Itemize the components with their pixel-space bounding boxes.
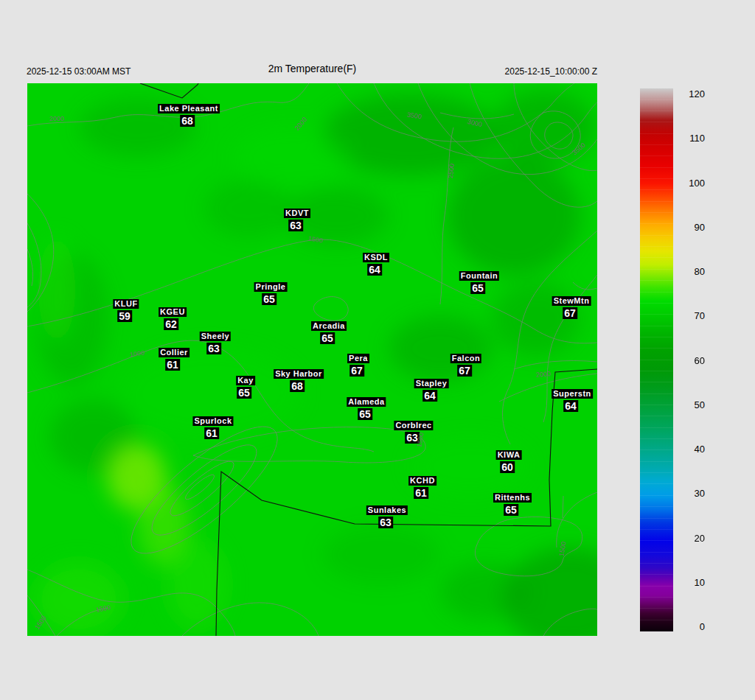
station-name: Pera bbox=[347, 354, 369, 363]
station-temperature-wrap: 67 bbox=[457, 364, 472, 377]
station-temperature-wrap: 68 bbox=[180, 114, 195, 127]
contour-elevation-label: 2000 bbox=[536, 370, 552, 379]
station-name: KGEU bbox=[159, 307, 187, 317]
station-temperature-wrap: 64 bbox=[422, 389, 437, 402]
temperature-field bbox=[27, 83, 597, 636]
station-temperature: 65 bbox=[358, 408, 372, 420]
station-temperature: 65 bbox=[504, 504, 518, 516]
station-label: Collier bbox=[159, 345, 189, 358]
station-label: Sunlakes bbox=[366, 503, 408, 516]
station-name: Sunlakes bbox=[366, 505, 408, 515]
station-temperature-wrap: 63 bbox=[288, 219, 303, 232]
station-temperature-wrap: 64 bbox=[367, 263, 382, 276]
colorbar-tick-label: 40 bbox=[678, 444, 705, 455]
colorbar-tick-label: 120 bbox=[678, 88, 705, 99]
station-name: Sheely bbox=[200, 332, 231, 341]
station-temperature: 64 bbox=[422, 390, 437, 402]
station-name: Collier bbox=[159, 348, 189, 357]
station-label: Pringle bbox=[254, 279, 288, 293]
station-label: KDVT bbox=[284, 206, 310, 219]
station-name: KDVT bbox=[284, 209, 310, 218]
station-temperature: 61 bbox=[204, 427, 219, 439]
station-label: Sheely bbox=[200, 329, 231, 342]
station-temperature: 61 bbox=[165, 359, 180, 371]
station-temperature: 63 bbox=[206, 343, 221, 354]
station-name: Falcon bbox=[450, 354, 481, 363]
station-label: Stapley bbox=[414, 376, 449, 389]
station-name: Superstn bbox=[552, 389, 593, 399]
station-temperature-wrap: 59 bbox=[117, 309, 132, 323]
colorbar-tick-label: 90 bbox=[678, 221, 705, 232]
station-temperature-wrap: 64 bbox=[563, 399, 578, 413]
station-temperature-wrap: 65 bbox=[320, 332, 335, 345]
station-name: Kay bbox=[236, 376, 255, 385]
colorbar-tick-label: 0 bbox=[678, 621, 705, 632]
station-label: Pera bbox=[347, 351, 369, 364]
station-name: Arcadia bbox=[311, 321, 347, 331]
station-temperature-wrap: 65 bbox=[470, 281, 485, 295]
station-temperature: 60 bbox=[500, 461, 515, 473]
station-label: Superstn bbox=[552, 386, 593, 399]
colorbar-tick-label: 60 bbox=[678, 354, 705, 365]
station-temperature: 64 bbox=[563, 400, 578, 412]
station-label: Fountain bbox=[459, 268, 499, 281]
colorbar-tick-label: 100 bbox=[678, 177, 705, 188]
station-temperature: 63 bbox=[378, 517, 393, 528]
station-name: Lake Pleasant bbox=[158, 104, 220, 113]
station-label: Spurlock bbox=[192, 413, 233, 427]
station-label: Sky Harbor bbox=[274, 366, 324, 379]
station-temperature-wrap: 67 bbox=[349, 364, 364, 377]
station-temperature-wrap: 63 bbox=[378, 516, 393, 529]
station-name: Sky Harbor bbox=[274, 369, 324, 379]
station-temperature-wrap: 65 bbox=[262, 293, 276, 306]
station-label: KIWA bbox=[496, 447, 522, 461]
station-temperature: 64 bbox=[367, 264, 382, 276]
station-label: Alameda bbox=[347, 394, 386, 407]
station-label: Arcadia bbox=[311, 318, 347, 332]
station-label: KCHD bbox=[408, 473, 436, 486]
colorbar-tick-label: 50 bbox=[678, 399, 705, 410]
station-name: CorbIrec bbox=[394, 421, 433, 430]
station-temperature-wrap: 67 bbox=[563, 307, 577, 320]
station-name: Alameda bbox=[347, 397, 386, 407]
colorbar-tick-label: 80 bbox=[678, 266, 705, 277]
station-label: Rittenhs bbox=[493, 490, 532, 503]
station-name: KIWA bbox=[496, 450, 522, 460]
station-temperature: 67 bbox=[563, 307, 577, 319]
station-name: KCHD bbox=[408, 476, 436, 486]
station-label: KSDL bbox=[363, 250, 389, 263]
station-name: Fountain bbox=[459, 271, 499, 281]
colorbar-tick-label: 70 bbox=[678, 310, 705, 321]
station-temperature-wrap: 65 bbox=[358, 407, 372, 421]
station-temperature: 68 bbox=[290, 380, 305, 392]
station-label: KLUF bbox=[113, 296, 139, 309]
contour-elevation-label: 2500 bbox=[447, 164, 456, 179]
station-label: Lake Pleasant bbox=[158, 101, 220, 114]
station-label: StewMtn bbox=[552, 293, 591, 307]
station-temperature: 63 bbox=[288, 220, 303, 231]
station-name: KLUF bbox=[113, 299, 139, 309]
station-temperature: 67 bbox=[349, 365, 364, 377]
station-name: StewMtn bbox=[552, 296, 591, 306]
station-temperature-wrap: 61 bbox=[165, 358, 180, 371]
colorbar-tick-label: 110 bbox=[678, 133, 705, 144]
station-label: KGEU bbox=[159, 304, 187, 318]
station-temperature-wrap: 65 bbox=[237, 386, 251, 399]
station-name: Spurlock bbox=[192, 416, 233, 426]
colorbar-tick-labels: 0102030405060708090100110120 bbox=[678, 88, 705, 631]
station-temperature: 62 bbox=[164, 318, 178, 330]
station-temperature: 65 bbox=[237, 387, 251, 399]
station-temperature: 67 bbox=[457, 365, 472, 377]
station-temperature: 65 bbox=[470, 282, 485, 294]
station-label: Kay bbox=[236, 373, 255, 386]
temperature-colorbar bbox=[640, 88, 673, 631]
station-temperature-wrap: 65 bbox=[504, 503, 518, 517]
station-temperature-wrap: 63 bbox=[206, 342, 221, 355]
station-label: CorbIrec bbox=[394, 418, 433, 431]
station-temperature: 65 bbox=[262, 293, 276, 305]
station-temperature-wrap: 61 bbox=[414, 486, 428, 500]
station-temperature-wrap: 68 bbox=[290, 379, 305, 393]
station-temperature: 61 bbox=[414, 487, 428, 499]
colorbar-tick-label: 20 bbox=[678, 532, 705, 543]
station-temperature: 68 bbox=[180, 115, 195, 127]
